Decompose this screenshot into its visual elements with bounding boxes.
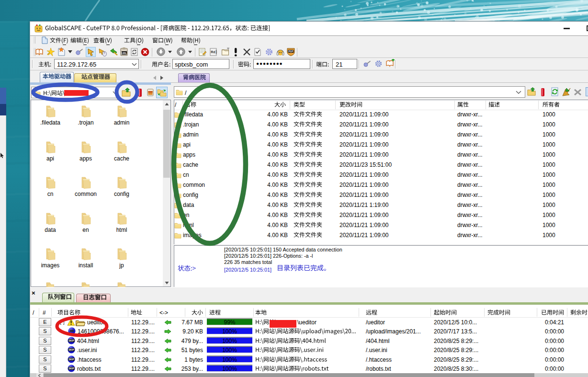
svg-text:PGP: PGP [288, 50, 294, 53]
svg-text:URL: URL [122, 52, 127, 55]
svg-text:SKIP: SKIP [68, 367, 74, 370]
svg-text:SKIP: SKIP [68, 339, 74, 342]
svg-text:SKIP: SKIP [68, 358, 74, 361]
svg-text:Rd: Rd [211, 50, 215, 54]
svg-text:SKIP: SKIP [68, 348, 74, 351]
